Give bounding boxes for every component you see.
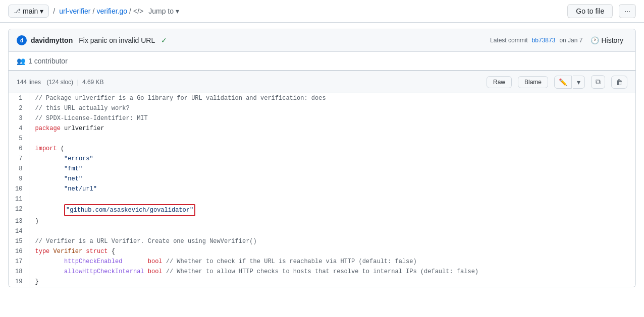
line-code: // Verifier is a URL Verifier. Create on… [29, 236, 635, 246]
edit-icon-button[interactable]: ✏️ [554, 76, 572, 89]
line-code: "net/url" [29, 184, 635, 194]
table-row: 3 // SPDX-License-Identifier: MIT [9, 113, 635, 123]
line-number[interactable]: 2 [9, 103, 29, 113]
line-number[interactable]: 1 [9, 93, 29, 103]
line-number[interactable]: 3 [9, 113, 29, 123]
line-number[interactable]: 14 [9, 226, 29, 236]
file-lines: 144 lines (124 sloc) | 4.69 KB [17, 79, 104, 86]
history-label: History [601, 36, 623, 44]
table-row: 18 allowHttpCheckInternal bool // Whethe… [9, 267, 635, 277]
commit-message: Fix panic on invalid URL [79, 36, 155, 44]
line-number[interactable]: 4 [9, 123, 29, 134]
line-number[interactable]: 11 [9, 194, 29, 204]
line-number[interactable]: 12 [9, 204, 29, 216]
breadcrumb-bar: ⎇ main ▾ / url-verifier / verifier.go / … [0, 0, 644, 23]
history-button[interactable]: 🕐 History [586, 34, 627, 46]
line-code: } [29, 277, 635, 287]
line-code: "github.com/asaskevich/govalidator" [29, 204, 635, 216]
table-row: 14 [9, 226, 635, 236]
contributor-bar: 👥 1 contributor [8, 52, 636, 71]
branch-name: main [23, 7, 38, 15]
line-number[interactable]: 8 [9, 164, 29, 174]
table-row: 1 // Package urlverifier is a Go library… [9, 93, 635, 103]
branch-selector[interactable]: ⎇ main ▾ [8, 5, 49, 18]
code-area: 1 // Package urlverifier is a Go library… [9, 93, 635, 287]
table-row: 5 [9, 134, 635, 144]
line-number[interactable]: 15 [9, 236, 29, 246]
repo-link[interactable]: url-verifier [59, 7, 90, 15]
commit-author[interactable]: davidmytton [31, 36, 73, 44]
delete-button[interactable]: 🗑 [611, 76, 627, 89]
contributor-icon: 👥 [17, 57, 25, 65]
line-number[interactable]: 13 [9, 216, 29, 226]
commit-bar: d davidmytton Fix panic on invalid URL ✓… [8, 29, 636, 52]
check-icon: ✓ [161, 36, 167, 44]
table-row: 10 "net/url" [9, 184, 635, 194]
avatar: d [17, 35, 27, 45]
line-code: // SPDX-License-Identifier: MIT [29, 113, 635, 123]
line-code: "fmt" [29, 164, 635, 174]
commit-hash[interactable]: bb73873 [532, 37, 556, 44]
table-row: 4 package urlverifier [9, 123, 635, 134]
table-row: 15 // Verifier is a URL Verifier. Create… [9, 236, 635, 246]
chevron-down-icon2: ▾ [176, 7, 179, 15]
copy-button[interactable]: ⧉ [591, 75, 605, 89]
line-code: "errors" [29, 154, 635, 164]
blame-button[interactable]: Blame [518, 76, 548, 88]
history-icon: 🕐 [591, 36, 599, 44]
line-code: httpCheckEnabled bool // Whether to chec… [29, 257, 635, 267]
line-number[interactable]: 19 [9, 277, 29, 287]
jump-to-button[interactable]: Jump to ▾ [145, 5, 182, 17]
file-link[interactable]: verifier.go [96, 7, 127, 15]
line-number[interactable]: 18 [9, 267, 29, 277]
table-row: 6 import ( [9, 144, 635, 154]
line-code: "net" [29, 174, 635, 184]
line-code [29, 226, 635, 236]
table-row: 16 type Verifier struct { [9, 246, 635, 257]
sep3: / [129, 7, 131, 15]
line-number[interactable]: 6 [9, 144, 29, 154]
file-toolbar: 144 lines (124 sloc) | 4.69 KB Raw Blame… [9, 71, 635, 93]
line-number[interactable]: 10 [9, 184, 29, 194]
code-table: 1 // Package urlverifier is a Go library… [9, 93, 635, 287]
line-code [29, 134, 635, 144]
line-number[interactable]: 5 [9, 134, 29, 144]
jump-to-label: Jump to [148, 7, 174, 15]
line-code: // this URL actually work? [29, 103, 635, 113]
latest-commit-label: Latest commit [490, 37, 528, 44]
line-code: // Package urlverifier is a Go library f… [29, 93, 635, 103]
table-row: 9 "net" [9, 174, 635, 184]
line-number[interactable]: 9 [9, 174, 29, 184]
line-number[interactable]: 16 [9, 246, 29, 257]
table-row: 19 } [9, 277, 635, 287]
contributor-text: 1 contributor [28, 57, 68, 65]
sep1: / [53, 7, 55, 15]
table-row: 8 "fmt" [9, 164, 635, 174]
table-row: 7 "errors" [9, 154, 635, 164]
table-row: 2 // this URL actually work? [9, 103, 635, 113]
line-code [29, 194, 635, 204]
commit-meta: Latest commit bb73873 on Jan 7 🕐 History [490, 34, 627, 46]
table-row: 12 "github.com/asaskevich/govalidator" [9, 204, 635, 216]
commit-date: on Jan 7 [559, 37, 582, 44]
more-options-button[interactable]: ··· [619, 4, 636, 18]
raw-button[interactable]: Raw [487, 76, 512, 88]
line-code: ) [29, 216, 635, 226]
breadcrumb-path: url-verifier / verifier.go / </> Jump to… [59, 5, 182, 17]
line-code: package urlverifier [29, 123, 635, 134]
go-to-file-button[interactable]: Go to file [567, 4, 613, 18]
code-icon: </> [133, 7, 143, 15]
line-number[interactable]: 17 [9, 257, 29, 267]
chevron-down-icon: ▾ [40, 7, 43, 15]
line-code: type Verifier struct { [29, 246, 635, 257]
table-row: 11 [9, 194, 635, 204]
sep2: / [92, 7, 94, 15]
file-viewer: 144 lines (124 sloc) | 4.69 KB Raw Blame… [8, 71, 636, 287]
line-code: allowHttpCheckInternal bool // Whether t… [29, 267, 635, 277]
toolbar-icon-group: ✏️ ▾ [554, 76, 585, 89]
line-number[interactable]: 7 [9, 154, 29, 164]
branch-icon: ⎇ [14, 8, 21, 15]
chevron-down-edit-button[interactable]: ▾ [573, 76, 585, 89]
line-code: import ( [29, 144, 635, 154]
table-row: 17 httpCheckEnabled bool // Whether to c… [9, 257, 635, 267]
